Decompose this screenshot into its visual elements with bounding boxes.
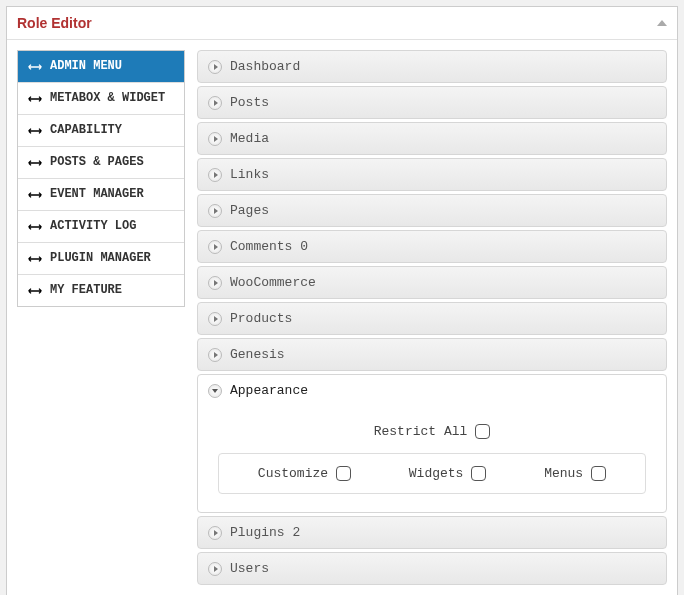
sidebar-item-activity-log[interactable]: ACTIVITY LOG (18, 211, 184, 243)
acc-label: Pages (230, 203, 269, 218)
sidebar: ADMIN MENU METABOX & WIDGET CAPABILITY P… (17, 50, 185, 307)
sidebar-item-label: PLUGIN MANAGER (50, 251, 176, 266)
acc-item-users: Users (197, 552, 667, 585)
acc-label: Genesis (230, 347, 285, 362)
acc-label: Plugins 2 (230, 525, 300, 540)
acc-label: Media (230, 131, 269, 146)
acc-header[interactable]: Posts (198, 87, 666, 118)
acc-header[interactable]: Appearance (198, 375, 666, 406)
appearance-options: Customize Widgets Menus (218, 453, 646, 494)
expand-icon (208, 562, 222, 576)
expand-icon (208, 168, 222, 182)
sidebar-item-plugin-manager[interactable]: PLUGIN MANAGER (18, 243, 184, 275)
checkbox-icon[interactable] (471, 466, 486, 481)
restrict-all-label: Restrict All (374, 424, 468, 439)
acc-item-woocommerce: WooCommerce (197, 266, 667, 299)
checkbox-icon[interactable] (591, 466, 606, 481)
acc-item-appearance: Appearance Restrict All Customize (197, 374, 667, 513)
acc-header[interactable]: Dashboard (198, 51, 666, 82)
acc-label: Products (230, 311, 292, 326)
expand-icon (208, 204, 222, 218)
arrows-icon (26, 286, 44, 296)
arrows-icon (26, 158, 44, 168)
option-label: Customize (258, 466, 328, 481)
arrows-icon (26, 222, 44, 232)
acc-label: Users (230, 561, 269, 576)
role-editor-panel: Role Editor ADMIN MENU METABOX & WIDGET (6, 6, 678, 595)
option-customize[interactable]: Customize (258, 466, 351, 481)
expand-icon (208, 312, 222, 326)
expand-icon (208, 526, 222, 540)
acc-header[interactable]: Users (198, 553, 666, 584)
acc-label: WooCommerce (230, 275, 316, 290)
restrict-all-row: Restrict All (218, 418, 646, 453)
acc-label: Dashboard (230, 59, 300, 74)
acc-item-media: Media (197, 122, 667, 155)
checkbox-icon[interactable] (336, 466, 351, 481)
acc-header[interactable]: Comments 0 (198, 231, 666, 262)
expand-icon (208, 240, 222, 254)
expand-icon (208, 96, 222, 110)
acc-item-plugins: Plugins 2 (197, 516, 667, 549)
expand-icon (208, 132, 222, 146)
acc-header[interactable]: Pages (198, 195, 666, 226)
sidebar-item-capability[interactable]: CAPABILITY (18, 115, 184, 147)
arrows-icon (26, 62, 44, 72)
collapse-icon (208, 384, 222, 398)
acc-header[interactable]: WooCommerce (198, 267, 666, 298)
acc-item-pages: Pages (197, 194, 667, 227)
acc-item-genesis: Genesis (197, 338, 667, 371)
expand-icon (208, 60, 222, 74)
panel-body: ADMIN MENU METABOX & WIDGET CAPABILITY P… (7, 40, 677, 595)
acc-header[interactable]: Genesis (198, 339, 666, 370)
acc-label: Appearance (230, 383, 308, 398)
acc-item-dashboard: Dashboard (197, 50, 667, 83)
acc-item-comments: Comments 0 (197, 230, 667, 263)
checkbox-icon[interactable] (475, 424, 490, 439)
sidebar-item-posts-pages[interactable]: POSTS & PAGES (18, 147, 184, 179)
acc-item-products: Products (197, 302, 667, 335)
option-label: Menus (544, 466, 583, 481)
accordion: Dashboard Posts Media Links (197, 50, 667, 588)
arrows-icon (26, 126, 44, 136)
option-widgets[interactable]: Widgets (409, 466, 487, 481)
sidebar-item-label: POSTS & PAGES (50, 155, 176, 170)
acc-header[interactable]: Products (198, 303, 666, 334)
expand-icon (208, 348, 222, 362)
acc-header[interactable]: Links (198, 159, 666, 190)
sidebar-item-admin-menu[interactable]: ADMIN MENU (18, 51, 184, 83)
collapse-icon[interactable] (657, 20, 667, 26)
sidebar-item-label: ACTIVITY LOG (50, 219, 176, 234)
sidebar-item-metabox-widget[interactable]: METABOX & WIDGET (18, 83, 184, 115)
acc-label: Comments 0 (230, 239, 308, 254)
acc-header[interactable]: Media (198, 123, 666, 154)
acc-item-links: Links (197, 158, 667, 191)
sidebar-item-event-manager[interactable]: EVENT MANAGER (18, 179, 184, 211)
panel-title: Role Editor (17, 15, 92, 31)
arrows-icon (26, 254, 44, 264)
acc-label: Links (230, 167, 269, 182)
option-label: Widgets (409, 466, 464, 481)
sidebar-item-label: MY FEATURE (50, 283, 176, 298)
acc-item-posts: Posts (197, 86, 667, 119)
sidebar-item-label: ADMIN MENU (50, 59, 176, 74)
acc-header[interactable]: Plugins 2 (198, 517, 666, 548)
sidebar-item-label: CAPABILITY (50, 123, 176, 138)
arrows-icon (26, 94, 44, 104)
acc-body-appearance: Restrict All Customize Widgets (198, 406, 666, 512)
sidebar-item-label: EVENT MANAGER (50, 187, 176, 202)
arrows-icon (26, 190, 44, 200)
expand-icon (208, 276, 222, 290)
sidebar-item-my-feature[interactable]: MY FEATURE (18, 275, 184, 306)
sidebar-item-label: METABOX & WIDGET (50, 91, 176, 106)
restrict-all-option[interactable]: Restrict All (374, 424, 491, 439)
acc-label: Posts (230, 95, 269, 110)
panel-header: Role Editor (7, 7, 677, 40)
option-menus[interactable]: Menus (544, 466, 606, 481)
